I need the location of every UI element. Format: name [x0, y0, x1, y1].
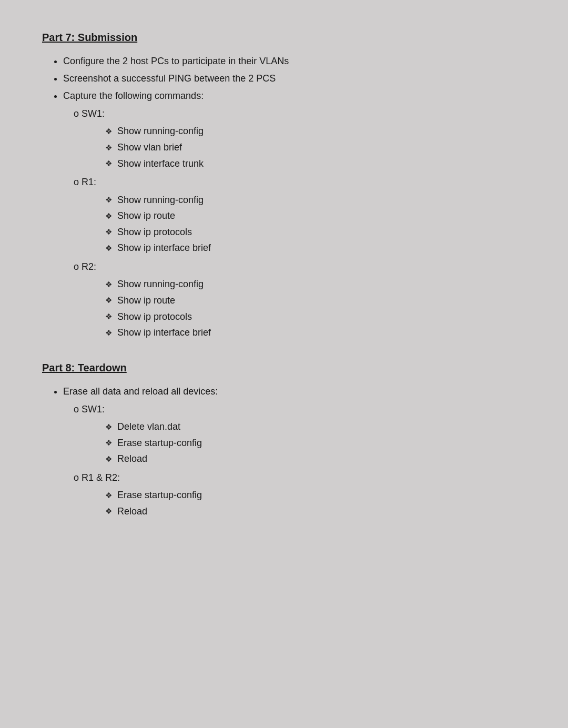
list-item: Show ip interface brief [105, 240, 526, 256]
list-item: Show running-config [105, 123, 526, 139]
part8-sw1-label: o SW1: [74, 401, 526, 418]
r1-commands: Show running-config Show ip route Show i… [105, 192, 526, 256]
list-item: Erase startup-config [105, 487, 526, 503]
list-item: Reload [105, 503, 526, 520]
r2-label: o R2: [74, 258, 526, 275]
part8-sw1-commands: Delete vlan.dat Erase startup-config Rel… [105, 419, 526, 467]
list-item: Delete vlan.dat [105, 419, 526, 435]
list-item: Reload [105, 451, 526, 467]
r1-subsection: o R1: Show running-config Show ip route … [74, 174, 526, 256]
sw1-label: o SW1: [74, 105, 526, 122]
part7-section: Part 7: Submission Configure the 2 host … [42, 32, 526, 341]
list-item: Show ip protocols [105, 224, 526, 240]
list-item: Erase all data and reload all devices: o… [63, 385, 526, 520]
sw1-commands: Show running-config Show vlan brief Show… [105, 123, 526, 171]
r2-subsection: o R2: Show running-config Show ip route … [74, 258, 526, 341]
part8-sw1-subsection: o SW1: Delete vlan.dat Erase startup-con… [74, 401, 526, 467]
sw1-subsection: o SW1: Show running-config Show vlan bri… [74, 105, 526, 171]
list-item: Show running-config [105, 192, 526, 208]
list-item: Configure the 2 host PCs to participate … [63, 54, 526, 68]
part8-r1r2-subsection: o R1 & R2: Erase startup-config Reload [74, 469, 526, 520]
list-item: Show ip interface brief [105, 325, 526, 341]
r1-label: o R1: [74, 174, 526, 190]
part7-bullet-list: Configure the 2 host PCs to participate … [63, 54, 526, 341]
list-item: Erase startup-config [105, 435, 526, 451]
list-item: Show ip route [105, 292, 526, 309]
list-item: Show interface trunk [105, 156, 526, 172]
part8-bullet-list: Erase all data and reload all devices: o… [63, 385, 526, 520]
part8-heading: Part 8: Teardown [42, 362, 526, 374]
list-item: Show ip route [105, 208, 526, 224]
r2-commands: Show running-config Show ip route Show i… [105, 276, 526, 340]
part8-section: Part 8: Teardown Erase all data and relo… [42, 362, 526, 520]
list-item: Show running-config [105, 276, 526, 292]
list-item: Show ip protocols [105, 309, 526, 325]
part7-heading: Part 7: Submission [42, 32, 526, 44]
part8-r1r2-commands: Erase startup-config Reload [105, 487, 526, 519]
part8-r1r2-label: o R1 & R2: [74, 469, 526, 486]
list-item: Show vlan brief [105, 139, 526, 156]
list-item: Screenshot a successful PING between the… [63, 72, 526, 86]
list-item: Capture the following commands: o SW1: S… [63, 89, 526, 341]
